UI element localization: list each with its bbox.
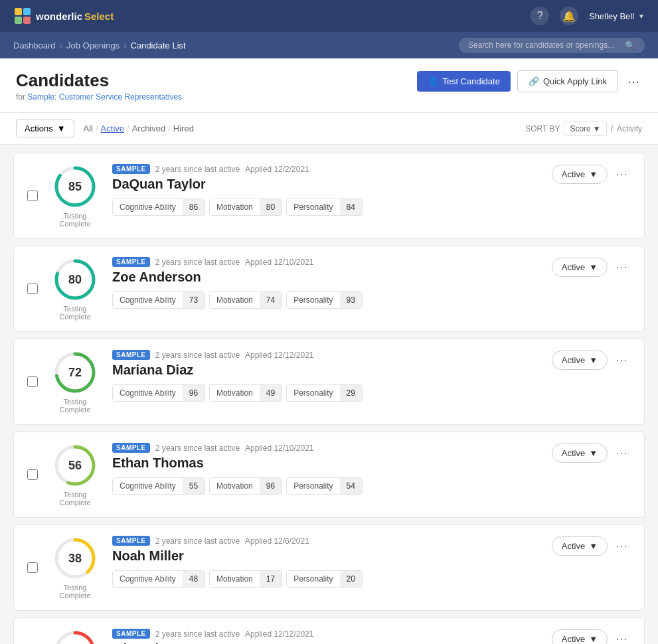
svg-rect-3 [23, 17, 31, 24]
score-svg-6 [52, 629, 98, 644]
logo-icon [13, 7, 32, 25]
score-circle-wrap-2: 80 Testing Complete [48, 257, 102, 321]
card-body-2: SAMPLE 2 years since last active Applied… [112, 257, 541, 309]
personality-pill-4: Personality 54 [286, 477, 363, 495]
tab-filters: All / Active / Archived / Hired [84, 123, 194, 133]
card-more-button-2[interactable]: ⋯ [613, 257, 631, 277]
test-candidate-button[interactable]: 👤 Test Candidate [417, 71, 511, 92]
cognitive-pill-2: Cognitive Ability 73 [112, 291, 205, 309]
logo-brand: Select [84, 11, 114, 22]
card-meta-5: SAMPLE 2 years since last active Applied… [112, 536, 541, 546]
cognitive-value-4: 55 [183, 478, 205, 494]
last-active-2: 2 years since last active [155, 258, 240, 267]
breadcrumb-dashboard[interactable]: Dashboard [13, 40, 56, 50]
scores-row-1: Cognitive Ability 86 Motivation 80 Perso… [112, 199, 541, 216]
sort-area: SORT BY Score ▼ / Activity [525, 121, 642, 136]
applied-date-4: Applied 12/10/2021 [245, 443, 313, 453]
user-menu[interactable]: Shelley Bell ▼ [589, 11, 645, 21]
status-button-2[interactable]: Active ▼ [552, 258, 608, 277]
breadcrumb: Dashboard › Job Openings › Candidate Lis… [13, 40, 186, 50]
sample-badge-1: SAMPLE [112, 164, 150, 174]
page-more-button[interactable]: ⋯ [625, 72, 642, 92]
breadcrumb-sep-1: › [60, 40, 62, 50]
candidate-checkbox-3[interactable] [27, 376, 38, 387]
sample-badge-6: SAMPLE [112, 629, 150, 639]
candidate-name-3: Mariana Diaz [112, 362, 541, 378]
actions-button[interactable]: Actions ▼ [16, 120, 74, 137]
motivation-label-5: Motivation [210, 571, 260, 587]
card-more-button-6[interactable]: ⋯ [613, 629, 631, 644]
search-bar: 🔍 [459, 38, 645, 53]
motivation-pill-3: Motivation 49 [209, 384, 282, 402]
motivation-label-4: Motivation [210, 478, 260, 494]
status-chevron-icon-5: ▼ [589, 541, 598, 551]
card-actions-3: Active ▼ ⋯ [552, 350, 631, 370]
breadcrumb-job-openings[interactable]: Job Openings [66, 40, 120, 50]
cognitive-pill-5: Cognitive Ability 48 [112, 570, 205, 588]
candidate-card: 22 Testing Complete SAMPLE 2 years since… [13, 617, 645, 644]
personality-pill-3: Personality 29 [286, 384, 363, 402]
breadcrumb-bar: Dashboard › Job Openings › Candidate Lis… [0, 32, 658, 58]
score-number-2: 80 [68, 273, 82, 287]
candidate-name-2: Zoe Anderson [112, 270, 541, 285]
page-header: Candidates for Sample: Customer Service … [0, 58, 658, 113]
motivation-label-3: Motivation [210, 385, 260, 401]
subtitle-prefix: for [16, 92, 25, 102]
tab-all[interactable]: All [84, 123, 93, 133]
personality-label-5: Personality [287, 571, 339, 587]
card-more-button-3[interactable]: ⋯ [613, 350, 631, 370]
status-button-3[interactable]: Active ▼ [552, 351, 608, 370]
sort-score-button[interactable]: Score ▼ [564, 121, 606, 136]
card-meta-3: SAMPLE 2 years since last active Applied… [112, 350, 541, 360]
header-actions: 👤 Test Candidate 🔗 Quick Apply Link ⋯ [417, 70, 642, 92]
help-button[interactable]: ? [531, 7, 549, 25]
card-more-button-1[interactable]: ⋯ [613, 164, 631, 184]
subtitle-link[interactable]: Sample: Customer Service Representatives [27, 92, 182, 102]
personality-value-2: 93 [340, 292, 362, 308]
tab-hired[interactable]: Hired [173, 123, 194, 133]
candidate-checkbox-5[interactable] [27, 562, 38, 573]
cognitive-label-4: Cognitive Ability [113, 478, 183, 494]
status-chevron-icon-4: ▼ [589, 448, 598, 458]
score-circle-wrap-3: 72 Testing Complete [48, 350, 102, 414]
filter-left: Actions ▼ All / Active / Archived / Hire… [16, 120, 194, 137]
card-body-1: SAMPLE 2 years since last active Applied… [112, 164, 541, 216]
status-button-4[interactable]: Active ▼ [552, 443, 608, 463]
cognitive-label-5: Cognitive Ability [113, 571, 183, 587]
motivation-value-5: 17 [260, 571, 282, 587]
scores-row-5: Cognitive Ability 48 Motivation 17 Perso… [112, 570, 541, 588]
status-button-5[interactable]: Active ▼ [552, 536, 608, 556]
actions-label: Actions [25, 123, 53, 133]
card-actions-1: Active ▼ ⋯ [552, 164, 631, 184]
candidate-checkbox-4[interactable] [27, 469, 38, 480]
status-label-5: Active [562, 541, 585, 551]
candidate-card: 80 Testing Complete SAMPLE 2 years since… [13, 246, 645, 332]
card-body-6: SAMPLE 2 years since last active Applied… [112, 629, 541, 644]
card-actions-4: Active ▼ ⋯ [552, 443, 631, 463]
logo-text: wonderlic Select [36, 11, 114, 22]
notifications-button[interactable]: 🔔 [560, 7, 578, 25]
candidate-checkbox-2[interactable] [27, 283, 38, 294]
score-circle-1: 85 [52, 164, 98, 209]
search-input[interactable] [468, 40, 619, 50]
tab-active[interactable]: Active [101, 123, 124, 133]
score-circle-2: 80 [52, 257, 98, 302]
bell-icon: 🔔 [562, 10, 576, 23]
candidate-name-6: Mia Nelson [112, 641, 541, 644]
motivation-pill-2: Motivation 74 [209, 291, 282, 309]
card-more-button-5[interactable]: ⋯ [613, 536, 631, 556]
sort-chevron-icon: ▼ [593, 124, 601, 133]
status-chevron-icon-6: ▼ [589, 634, 598, 644]
personality-label-1: Personality [287, 199, 339, 215]
nav-right: ? 🔔 Shelley Bell ▼ [531, 7, 645, 25]
tab-archived[interactable]: Archived [132, 123, 166, 133]
score-circle-4: 56 [52, 443, 98, 488]
sample-badge-3: SAMPLE [112, 350, 150, 360]
candidate-checkbox-1[interactable] [27, 191, 38, 201]
motivation-value-1: 80 [260, 199, 282, 215]
card-more-button-4[interactable]: ⋯ [613, 443, 631, 463]
page-header-top: Candidates for Sample: Customer Service … [16, 70, 642, 102]
quick-apply-button[interactable]: 🔗 Quick Apply Link [517, 70, 618, 92]
status-button-6[interactable]: Active ▼ [552, 629, 608, 645]
status-button-1[interactable]: Active ▼ [552, 165, 608, 184]
